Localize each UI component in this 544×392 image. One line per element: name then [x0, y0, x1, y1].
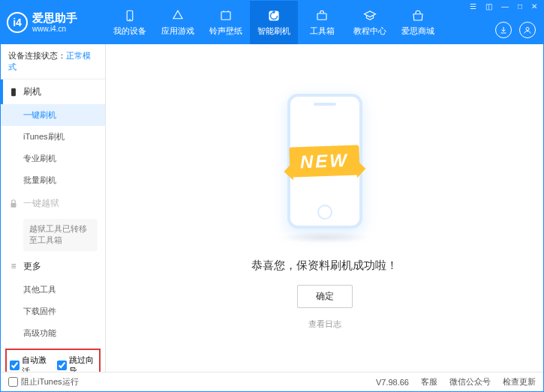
sidebar: 设备连接状态：正常模式 刷机 一键刷机 iTunes刷机 专业刷机 批量刷机 一…: [1, 44, 106, 372]
phone-illustration: NEW: [265, 86, 385, 236]
sidebar-item-batch[interactable]: 批量刷机: [1, 169, 105, 191]
window-controls: ☰ ◫ — □ ✕: [468, 2, 539, 10]
nav-label: 智能刷机: [257, 25, 290, 37]
svg-rect-4: [317, 13, 326, 19]
logo-area: i4 爱思助手 www.i4.cn: [1, 12, 106, 33]
store-icon: [410, 8, 425, 23]
header-right: [495, 22, 536, 38]
nav-my-device[interactable]: 我的设备: [106, 1, 154, 44]
view-log-link[interactable]: 查看日志: [308, 319, 341, 330]
wechat-link[interactable]: 微信公众号: [449, 376, 491, 388]
lock-icon: [8, 199, 19, 209]
group-jailbreak[interactable]: 一键越狱: [1, 191, 105, 216]
nav-store[interactable]: 爱思商城: [394, 1, 442, 44]
tutorial-icon: [362, 8, 377, 23]
svg-rect-6: [11, 88, 16, 96]
menu-icon[interactable]: ☰: [468, 2, 478, 10]
sidebar-item-download-fw[interactable]: 下载固件: [1, 301, 105, 322]
nav-tutorials[interactable]: 教程中心: [346, 1, 394, 44]
jailbreak-notice: 越狱工具已转移至工具箱: [23, 219, 98, 251]
nav-label: 铃声壁纸: [209, 25, 242, 37]
wallpaper-icon: [218, 8, 233, 23]
minimize-icon[interactable]: —: [500, 2, 510, 10]
skip-guide-checkbox[interactable]: 跳过向导: [57, 355, 97, 372]
apps-icon: [170, 8, 185, 23]
nav-toolbox[interactable]: 工具箱: [298, 1, 346, 44]
list-icon: ≡: [8, 261, 19, 271]
support-link[interactable]: 客服: [421, 376, 437, 388]
nav-label: 爱思商城: [401, 25, 434, 37]
nav-flash[interactable]: 智能刷机: [250, 1, 298, 44]
nav-ringtones[interactable]: 铃声壁纸: [202, 1, 250, 44]
svg-point-5: [526, 28, 529, 31]
confirm-button[interactable]: 确定: [297, 285, 353, 308]
maximize-icon[interactable]: □: [516, 2, 524, 10]
checkbox-row: 自动激活 跳过向导: [5, 349, 101, 372]
nav-label: 应用游戏: [161, 25, 194, 37]
svg-rect-2: [221, 12, 230, 20]
flash-icon: [266, 8, 281, 23]
main-content: NEW 恭喜您，保资料刷机成功啦！ 确定 查看日志: [106, 44, 543, 372]
group-label: 更多: [23, 260, 41, 273]
group-label: 一键越狱: [23, 197, 59, 210]
group-flash[interactable]: 刷机: [1, 79, 105, 104]
version-label: V7.98.66: [376, 378, 409, 387]
logo-icon: i4: [7, 12, 28, 33]
app-name: 爱思助手: [32, 12, 77, 25]
app-window: i4 爱思助手 www.i4.cn 我的设备 应用游戏 铃声壁纸 智能刷机: [0, 0, 544, 392]
toolbox-icon: [314, 8, 329, 23]
sidebar-item-oneclick[interactable]: 一键刷机: [1, 104, 105, 126]
sidebar-item-advanced[interactable]: 高级功能: [1, 322, 105, 344]
phone-icon: [122, 8, 137, 23]
nav-label: 教程中心: [353, 25, 386, 37]
app-url: www.i4.cn: [32, 25, 77, 33]
close-icon[interactable]: ✕: [530, 2, 539, 10]
skin-icon[interactable]: ◫: [484, 2, 494, 10]
header: i4 爱思助手 www.i4.cn 我的设备 应用游戏 铃声壁纸 智能刷机: [1, 1, 543, 44]
group-more[interactable]: ≡ 更多: [1, 254, 105, 279]
block-itunes-checkbox[interactable]: 阻止iTunes运行: [8, 376, 79, 388]
phone-icon: [8, 87, 19, 97]
group-label: 刷机: [23, 85, 41, 98]
nav-label: 我的设备: [113, 25, 146, 37]
conn-label: 设备连接状态：: [8, 51, 66, 60]
user-button[interactable]: [519, 22, 536, 38]
body: 设备连接状态：正常模式 刷机 一键刷机 iTunes刷机 专业刷机 批量刷机 一…: [1, 44, 543, 372]
sidebar-item-itunes[interactable]: iTunes刷机: [1, 126, 105, 148]
svg-rect-7: [11, 202, 17, 207]
download-button[interactable]: [495, 22, 512, 38]
sidebar-item-other-tools[interactable]: 其他工具: [1, 279, 105, 301]
sidebar-item-pro[interactable]: 专业刷机: [1, 148, 105, 169]
nav-label: 工具箱: [310, 25, 335, 37]
nav-apps[interactable]: 应用游戏: [154, 1, 202, 44]
check-update-link[interactable]: 检查更新: [503, 376, 536, 388]
footer: 阻止iTunes运行 V7.98.66 客服 微信公众号 检查更新: [1, 372, 543, 391]
top-nav: 我的设备 应用游戏 铃声壁纸 智能刷机 工具箱 教程中心: [106, 1, 442, 44]
success-message: 恭喜您，保资料刷机成功啦！: [251, 259, 398, 273]
auto-activate-checkbox[interactable]: 自动激活: [10, 355, 50, 372]
connection-status: 设备连接状态：正常模式: [1, 44, 105, 79]
new-badge: NEW: [289, 145, 359, 177]
